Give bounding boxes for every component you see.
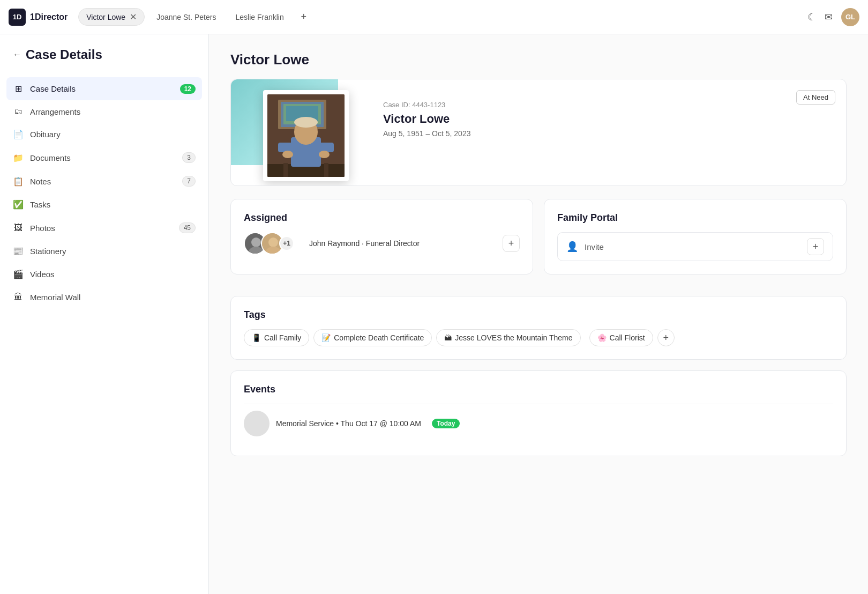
- event-memorial-service[interactable]: Memorial Service • Thu Oct 17 @ 10:00 AM…: [244, 404, 833, 443]
- event-avatar: [244, 411, 270, 436]
- svg-rect-15: [324, 163, 328, 177]
- tag-call-florist[interactable]: 🌸 Call Florist: [589, 329, 653, 346]
- case-name: Victor Lowe: [383, 112, 833, 126]
- user-avatar[interactable]: GL: [841, 8, 859, 26]
- sidebar-item-photos[interactable]: 🖼 Photos 45: [0, 216, 208, 240]
- add-tag-button[interactable]: +: [657, 329, 675, 346]
- add-portal-button[interactable]: +: [807, 238, 824, 255]
- sidebar-item-case-details[interactable]: ⊞ Case Details 12: [6, 77, 202, 100]
- invite-person-icon: 👤: [566, 241, 578, 253]
- invite-label: Invite: [585, 242, 800, 251]
- tab-joanne-st-peters[interactable]: Joanne St. Peters: [149, 10, 223, 25]
- sidebar-item-memorial-wall[interactable]: 🏛 Memorial Wall: [0, 286, 208, 308]
- topbar-right: ☾ ✉ GL: [807, 8, 859, 26]
- arrangements-icon: 🗂: [13, 107, 24, 116]
- assigned-title: Assigned: [244, 212, 520, 224]
- today-badge: Today: [432, 419, 460, 428]
- dark-mode-icon[interactable]: ☾: [807, 11, 816, 23]
- tab-active-label: Victor Lowe: [86, 13, 125, 21]
- assigned-plus-count: +1: [279, 236, 294, 251]
- sidebar-item-videos[interactable]: 🎬 Videos: [0, 263, 208, 286]
- sidebar-title: Case Details: [26, 47, 102, 62]
- tag-complete-death-certificate[interactable]: 📝 Complete Death Certificate: [313, 329, 432, 346]
- sidebar-item-label-arrangements: Arrangements: [30, 107, 80, 116]
- logo-area: 1D 1Director: [9, 9, 68, 26]
- tags-title: Tags: [244, 309, 833, 321]
- sidebar-item-label-case-details: Case Details: [30, 84, 76, 93]
- tag-jesse-loves-mountain[interactable]: 🏔 Jesse LOVES the Mountain Theme: [436, 329, 580, 346]
- family-portal-section: Family Portal 👤 Invite +: [544, 199, 847, 274]
- tab-leslie-label: Leslie Franklin: [235, 13, 283, 21]
- assigned-section: Assigned: [230, 199, 533, 274]
- sidebar-item-label-notes: Notes: [30, 177, 51, 186]
- case-dates: Aug 5, 1951 – Oct 5, 2023: [383, 129, 833, 138]
- sidebar: ← Case Details ⊞ Case Details 12 🗂 Arran…: [0, 34, 209, 594]
- case-id: Case ID: 4443-1123: [383, 101, 833, 109]
- page-title: Victor Lowe: [230, 51, 847, 68]
- tag-florist-label: Call Florist: [610, 333, 645, 342]
- back-arrow-icon: ←: [13, 50, 21, 60]
- family-portal-title: Family Portal: [557, 212, 833, 224]
- svg-point-17: [251, 237, 261, 247]
- app-logo: 1D: [9, 9, 26, 26]
- tab-leslie-franklin[interactable]: Leslie Franklin: [228, 10, 291, 25]
- sidebar-item-label-memorial-wall: Memorial Wall: [30, 293, 80, 302]
- events-title: Events: [244, 384, 833, 395]
- case-info: Case ID: 4443-1123 Victor Lowe Aug 5, 19…: [383, 92, 833, 138]
- notes-badge: 7: [182, 176, 196, 187]
- deceased-photo: [267, 94, 345, 177]
- sidebar-item-stationery[interactable]: 📰 Stationery: [0, 240, 208, 263]
- svg-rect-10: [278, 143, 294, 152]
- assigned-row: +1 John Raymond · Funeral Director +: [244, 232, 520, 255]
- add-tab-button[interactable]: +: [296, 9, 312, 25]
- photos-badge: 45: [179, 222, 196, 233]
- main-layout: ← Case Details ⊞ Case Details 12 🗂 Arran…: [0, 34, 868, 594]
- sidebar-nav: ⊞ Case Details 12 🗂 Arrangements 📄 Obitu…: [0, 77, 208, 308]
- tag-call-family-label: Call Family: [264, 333, 301, 342]
- svg-point-12: [282, 151, 293, 158]
- deceased-photo-frame: [263, 90, 349, 181]
- sidebar-item-label-tasks: Tasks: [30, 200, 50, 209]
- tag-death-cert-label: Complete Death Certificate: [334, 333, 424, 342]
- svg-rect-11: [318, 143, 334, 152]
- mail-icon[interactable]: ✉: [825, 11, 833, 23]
- invite-row: 👤 Invite +: [557, 232, 833, 261]
- svg-point-13: [319, 151, 330, 158]
- main-content: Victor Lowe: [209, 34, 868, 594]
- sidebar-item-label-videos: Videos: [30, 270, 55, 279]
- app-name: 1Director: [30, 12, 68, 22]
- photos-icon: 🖼: [13, 223, 24, 233]
- tag-call-family[interactable]: 📱 Call Family: [244, 329, 309, 346]
- tab-close-icon[interactable]: ✕: [130, 12, 137, 22]
- memorial-wall-icon: 🏛: [13, 292, 24, 302]
- case-details-icon: ⊞: [13, 84, 24, 94]
- tag-mountain-label: Jesse LOVES the Mountain Theme: [455, 333, 572, 342]
- add-assigned-button[interactable]: +: [503, 235, 520, 252]
- stationery-icon: 📰: [13, 246, 24, 256]
- svg-rect-14: [283, 163, 288, 177]
- tags-area: 📱 Call Family 📝 Complete Death Certifica…: [244, 329, 833, 346]
- sidebar-item-label-documents: Documents: [30, 153, 71, 162]
- sidebar-item-notes[interactable]: 📋 Notes 7: [0, 169, 208, 193]
- sidebar-item-label-stationery: Stationery: [30, 247, 66, 256]
- events-section: Events Memorial Service • Thu Oct 17 @ 1…: [230, 370, 847, 456]
- case-card: Case ID: 4443-1123 Victor Lowe Aug 5, 19…: [230, 79, 847, 186]
- sidebar-item-tasks[interactable]: ✅ Tasks: [0, 193, 208, 216]
- tag-call-family-emoji: 📱: [252, 333, 261, 342]
- obituary-icon: 📄: [13, 129, 24, 139]
- assigned-person-name: John Raymond · Funeral Director: [309, 239, 420, 248]
- sidebar-back-button[interactable]: ← Case Details: [0, 47, 208, 73]
- tags-section: Tags 📱 Call Family 📝 Complete Death Cert…: [230, 296, 847, 360]
- videos-icon: 🎬: [13, 269, 24, 279]
- photo-svg: [267, 94, 345, 177]
- at-need-badge: At Need: [796, 90, 835, 105]
- case-details-badge: 12: [180, 84, 196, 94]
- tab-victor-lowe[interactable]: Victor Lowe ✕: [78, 8, 145, 26]
- sidebar-item-label-photos: Photos: [30, 224, 55, 233]
- assigned-portal-row: Assigned: [230, 199, 847, 285]
- sidebar-item-documents[interactable]: 📁 Documents 3: [0, 146, 208, 169]
- sidebar-item-obituary[interactable]: 📄 Obituary: [0, 123, 208, 146]
- tag-florist-emoji: 🌸: [597, 333, 607, 342]
- assigned-avatars: +1: [244, 232, 294, 255]
- sidebar-item-arrangements[interactable]: 🗂 Arrangements: [0, 100, 208, 123]
